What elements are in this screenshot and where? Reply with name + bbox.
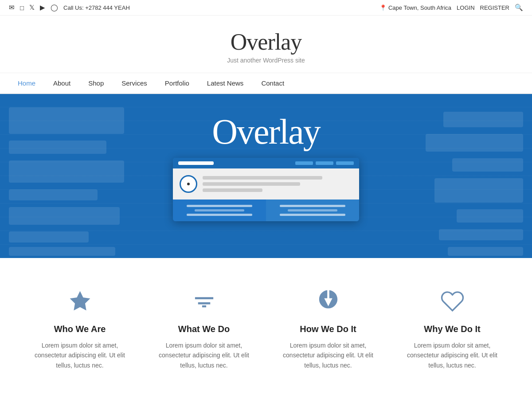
feature-icon-1 [155,289,253,317]
nav-link-portfolio[interactable]: Portfolio [156,73,198,93]
bg-floater [443,112,523,127]
feature-item: Who We AreLorem ipsum dolor sit amet, co… [18,280,142,379]
feature-title-1: What We Do [155,324,253,334]
feature-text-0: Lorem ipsum dolor sit amet, consectetur … [31,340,129,370]
bg-floater [9,141,106,154]
search-icon[interactable]: 🔍 [515,4,523,12]
hero-mockup [173,158,359,221]
nav-item-latest-news: Latest News [198,73,253,93]
bg-floater [9,231,89,243]
mockup-line [203,188,262,192]
feature-text-1: Lorem ipsum dolor sit amet, consectetur … [155,340,253,370]
mockup-btn-3 [336,161,354,165]
nav-item-shop: Shop [79,73,113,93]
mockup-circle-dot [187,183,190,185]
nav-item-home: Home [9,73,44,93]
mockup-footer-btn-2 [266,200,359,221]
bg-floater [426,134,523,152]
nav-item-portfolio: Portfolio [156,73,198,93]
top-bar: ✉ □ 𝕏 ▶ ◯ Call Us: +2782 444 YEAH 📍 Cape… [0,0,532,16]
mockup-footer-btn-1 [173,200,266,221]
nav-item-contact: Contact [252,73,293,93]
email-icon[interactable]: ✉ [9,4,15,12]
bg-floater [9,189,98,200]
mockup-url-bar [178,161,214,165]
feature-icon-2 [279,289,377,317]
feature-title-0: Who We Are [31,324,129,334]
nav-link-latest-news[interactable]: Latest News [198,73,253,93]
mockup-footer-line2 [288,209,337,211]
mockup-line [203,176,322,180]
twitter-icon[interactable]: 𝕏 [29,4,35,12]
feature-icon-3 [403,289,501,317]
nav-link-shop[interactable]: Shop [79,73,113,93]
feature-item: How We Do ItLorem ipsum dolor sit amet, … [266,280,390,379]
bg-floater [457,209,523,223]
mockup-line [203,182,300,186]
top-bar-left: ✉ □ 𝕏 ▶ ◯ Call Us: +2782 444 YEAH [9,4,130,12]
feature-item: What We DoLorem ipsum dolor sit amet, co… [142,280,266,379]
logo-area: Overlay Just another WordPress site [0,16,532,73]
mockup-footer-line2 [195,209,244,211]
mockup-browser-bar [173,158,359,168]
bg-floater [452,158,523,172]
bg-floater [9,247,115,256]
instagram-icon[interactable]: ◯ [51,4,58,12]
feature-item: Why We Do ItLorem ipsum dolor sit amet, … [390,280,514,379]
mockup-footer-line [187,205,253,207]
nav-link-home[interactable]: Home [9,73,44,93]
feature-title-2: How We Do It [279,324,377,334]
hero-title: Overlay [212,112,320,152]
mockup-btn-bar [295,161,354,165]
bg-floater [9,160,124,183]
mockup-content-area [173,168,359,200]
bg-floater [9,207,120,225]
mockup-circle [180,175,197,193]
feature-text-3: Lorem ipsum dolor sit amet, consectetur … [403,340,501,370]
nav-link-contact[interactable]: Contact [252,73,293,93]
register-link[interactable]: REGISTER [480,4,509,11]
top-bar-right: 📍 Cape Town, South Africa LOGIN REGISTER… [379,4,523,12]
nav-link-about[interactable]: About [44,73,79,93]
nav-bar: Home About Shop Services Portfolio Lates… [0,73,532,94]
mockup-footer-line [280,205,346,207]
mockup-lines [203,175,352,193]
nav-item-services: Services [113,73,156,93]
login-link[interactable]: LOGIN [457,4,474,11]
mockup-btn-1 [295,161,313,165]
bg-floater [439,229,523,240]
nav-item-about: About [44,73,79,93]
nav-list: Home About Shop Services Portfolio Lates… [9,73,523,93]
mockup-footer-line [280,214,346,216]
site-subtitle: Just another WordPress site [9,57,523,64]
site-title: Overlay [9,29,523,55]
phone-number: Call Us: +2782 444 YEAH [63,4,130,11]
mockup-footer-line [187,214,253,216]
mockup-footer-btns [173,200,359,221]
nav-link-services[interactable]: Services [113,73,156,93]
youtube-icon[interactable]: ▶ [40,4,45,12]
facebook-icon[interactable]: □ [20,4,24,12]
feature-title-3: Why We Do It [403,324,501,334]
mockup-btn-2 [316,161,333,165]
hero-banner: Overlay [0,94,532,258]
features-section: Who We AreLorem ipsum dolor sit amet, co… [0,258,532,399]
bg-floater [448,247,523,256]
feature-text-2: Lorem ipsum dolor sit amet, consectetur … [279,340,377,370]
feature-icon-0 [31,289,129,317]
location-text: 📍 Cape Town, South Africa [379,4,451,11]
mockup-browser [173,158,359,221]
bg-floater [9,107,124,134]
bg-floater [434,178,523,203]
